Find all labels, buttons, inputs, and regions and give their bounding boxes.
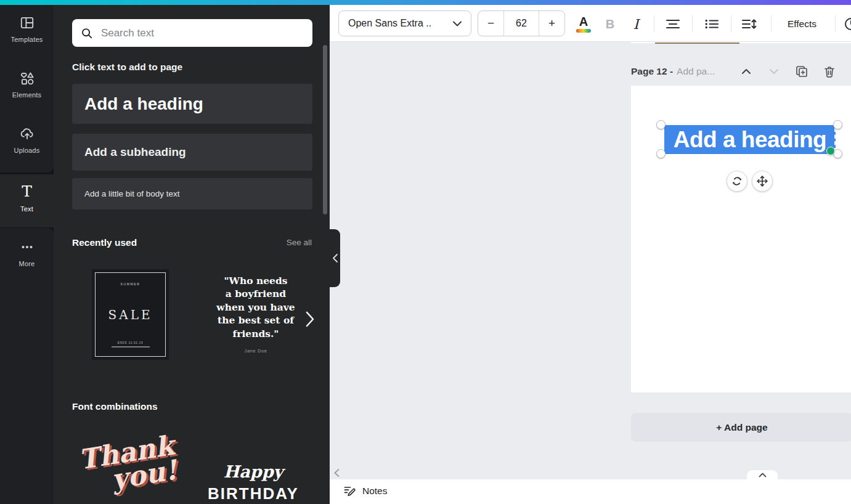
quote-line: the best set of [203, 314, 308, 327]
page-title-placeholder[interactable]: Add pa... [677, 66, 715, 77]
add-page-button[interactable]: + Add page [631, 413, 851, 442]
bullet-list-icon [705, 18, 719, 30]
expand-bottom-panel-tab[interactable] [747, 470, 778, 479]
design-canvas: Page 12 - Add pa... [330, 42, 851, 479]
selection-handle-bottom-left[interactable] [656, 149, 666, 158]
selection-handle-top-right[interactable] [833, 120, 842, 129]
sidebar-item-label: Text [20, 205, 33, 213]
recent-item-sale-template[interactable]: SUMMER SALE ENDS 10.02.19 [92, 269, 169, 360]
quote-line: when you have [203, 301, 308, 314]
carousel-next-button[interactable] [304, 311, 316, 328]
selection-handle-top-left[interactable] [656, 120, 666, 129]
text-toolbar: Open Sans Extra .. − 62 + A B I [330, 5, 851, 42]
sidebar-item-label: Templates [11, 36, 43, 43]
move-page-down-button[interactable] [767, 64, 781, 79]
font-size-stepper: − 62 + [478, 10, 565, 36]
move-handle[interactable] [752, 171, 773, 192]
notes-icon [343, 484, 356, 497]
bold-button[interactable]: B [599, 13, 621, 35]
toolbar-separator [654, 15, 654, 32]
add-heading-card[interactable]: Add a heading [72, 84, 312, 124]
delete-page-button[interactable] [822, 64, 837, 79]
scroll-left-button[interactable] [334, 468, 341, 477]
sidebar-item-templates[interactable]: Templates [0, 5, 54, 60]
add-text-section-title: Click text to add to page [72, 62, 182, 73]
see-all-link[interactable]: See all [287, 238, 312, 247]
sidebar-item-text[interactable]: T Text [0, 174, 54, 227]
effects-button[interactable]: Effects [780, 13, 825, 35]
font-combo-thank-you[interactable]: Thank you! [77, 429, 206, 497]
sale-frame: SUMMER SALE ENDS 10.02.19 [95, 272, 166, 357]
chevron-right-icon [304, 311, 316, 328]
sidebar-item-more[interactable]: More [0, 229, 54, 285]
add-subheading-label: Add a subheading [84, 145, 186, 159]
elements-icon [19, 70, 35, 86]
add-heading-label: Add a heading [84, 94, 203, 114]
font-family-value: Open Sans Extra .. [348, 18, 431, 29]
sidebar-item-label: Uploads [14, 147, 40, 154]
line-spacing-button[interactable] [738, 13, 760, 35]
sale-eyebrow: SUMMER [121, 282, 140, 286]
align-center-icon [666, 18, 680, 30]
sale-footer-line2 [112, 346, 150, 348]
more-icon [19, 239, 35, 255]
page-number-label: Page 12 - [631, 66, 673, 77]
sidebar-rail: Templates Elements Uploads [0, 5, 54, 504]
add-body-text-card[interactable]: Add a little bit of body text [72, 178, 312, 209]
panel-collapse-handle[interactable] [330, 229, 340, 287]
text-resize-handle[interactable] [826, 147, 835, 155]
clock-icon [840, 13, 851, 35]
line-spacing-icon [742, 18, 757, 30]
animate-button[interactable] [840, 13, 851, 35]
font-size-increase-button[interactable]: + [539, 11, 564, 36]
font-combo-happy-birthday[interactable]: Happy BIRTHDAY [201, 462, 306, 503]
sidebar-item-label: Elements [12, 91, 41, 99]
toolbar-separator [731, 15, 731, 32]
recently-used-title: Recently used [72, 237, 137, 248]
sale-footer: ENDS 10.02.19 [112, 341, 150, 348]
page-header: Page 12 - Add pa... [631, 64, 715, 79]
notes-button[interactable]: Notes [343, 484, 388, 497]
panel-scrollbar[interactable] [323, 45, 327, 214]
happy-line: Happy [201, 462, 306, 481]
add-subheading-card[interactable]: Add a subheading [72, 134, 312, 171]
search-input[interactable] [100, 26, 304, 40]
brand-gradient-bar [0, 0, 851, 5]
chevron-left-icon [333, 254, 338, 262]
font-size-value[interactable]: 62 [503, 11, 539, 36]
toolbar-separator [771, 15, 772, 32]
add-body-text-label: Add a little bit of body text [84, 189, 180, 198]
sidebar-item-uploads[interactable]: Uploads [0, 116, 54, 171]
bottom-bar: Notes [330, 479, 851, 504]
duplicate-page-icon [795, 65, 808, 78]
toolbar-separator [692, 15, 693, 32]
sale-footer-line1: ENDS 10.02.19 [112, 341, 150, 344]
recent-item-quote-template[interactable]: "Who needs a boyfriend when you have the… [203, 274, 308, 354]
italic-button[interactable]: I [625, 13, 647, 35]
font-combinations-title: Font combinations [72, 401, 158, 412]
rotate-handle[interactable] [727, 171, 747, 192]
sidebar-item-label: More [19, 260, 35, 267]
bullet-list-button[interactable] [701, 13, 723, 35]
text-panel: Click text to add to page Add a heading … [54, 5, 330, 504]
sale-title: SALE [108, 307, 152, 322]
bold-icon: B [606, 17, 614, 31]
italic-icon: I [633, 17, 639, 32]
search-box[interactable] [72, 19, 312, 47]
move-icon [757, 176, 768, 187]
search-icon [81, 26, 93, 40]
sidebar-item-elements[interactable]: Elements [0, 60, 54, 116]
canva-editor: Templates Elements Uploads [0, 0, 851, 504]
font-family-select[interactable]: Open Sans Extra .. [338, 10, 471, 36]
chevron-left-icon [334, 469, 340, 477]
text-align-button[interactable] [662, 13, 684, 35]
previous-page-content-line [655, 43, 739, 44]
chevron-down-icon [768, 65, 780, 78]
duplicate-page-button[interactable] [794, 64, 809, 79]
text-color-button[interactable]: A [572, 13, 595, 35]
move-page-up-button[interactable] [739, 64, 754, 79]
selected-heading-textbox[interactable]: Add a heading [664, 125, 836, 154]
trash-icon [823, 65, 836, 78]
birthday-line: BIRTHDAY [201, 484, 306, 503]
font-size-decrease-button[interactable]: − [478, 11, 503, 36]
